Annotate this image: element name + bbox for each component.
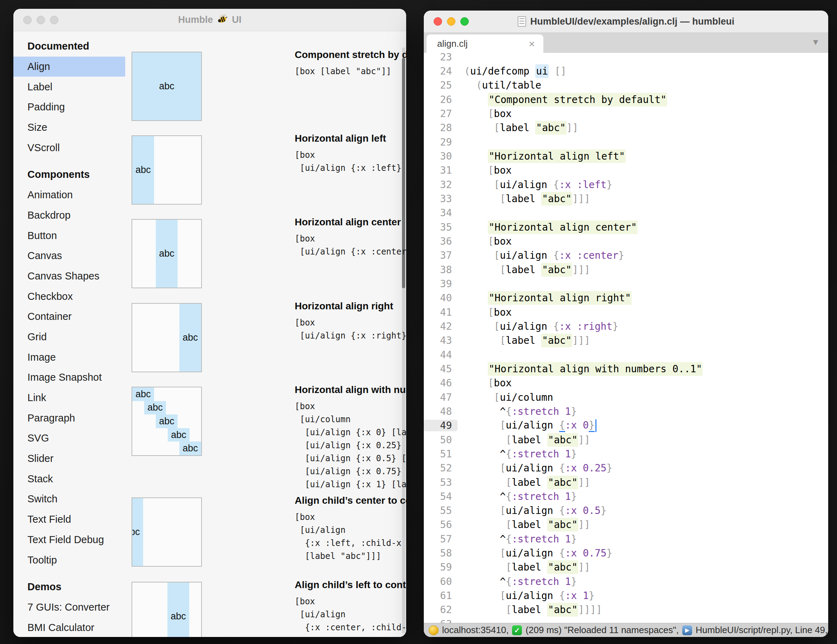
minimize-button[interactable] (36, 16, 45, 24)
example-row: abcHorizontal align left[box [ui/align {… (131, 135, 202, 205)
editor-line-26[interactable]: 26 "Component stretch by default" (424, 92, 828, 107)
line-number: 24 (424, 66, 458, 77)
sidebar-item-button[interactable]: Button (13, 225, 125, 246)
editor-line-37[interactable]: 37 [ui/align {:x :center} (424, 249, 828, 262)
editor-line-44[interactable]: 44 (424, 347, 828, 362)
tab-align-clj[interactable]: align.clj × (427, 34, 543, 53)
editor-line-32[interactable]: 32 [ui/align {:x :left} (424, 177, 828, 192)
editor-line-47[interactable]: 47 [ui/column (424, 390, 828, 404)
editor-line-41[interactable]: 41 [box (424, 305, 828, 319)
code-editor[interactable]: 2324(ui/defcomp ui []25 (util/table26 "C… (424, 53, 828, 623)
editor-line-63[interactable]: 63 (424, 617, 828, 623)
editor-line-23[interactable]: 23 (424, 53, 828, 64)
editor-line-34[interactable]: 34 (424, 206, 828, 220)
editor-line-60[interactable]: 60 ^{:stretch 1} (424, 574, 828, 588)
editor-line-39[interactable]: 39 (424, 277, 828, 291)
line-number: 25 (424, 79, 458, 91)
line-number: 41 (424, 306, 458, 318)
sidebar-item-size[interactable]: Size (13, 117, 125, 138)
editor-line-30[interactable]: 30 "Horizontal align left" (424, 149, 828, 163)
sidebar-item-checkbox[interactable]: Checkbox (13, 286, 125, 306)
sidebar-item-vscroll[interactable]: VScroll (13, 138, 125, 158)
editor-line-43[interactable]: 43 [label "abc"]]] (424, 334, 828, 347)
close-button[interactable] (433, 17, 442, 26)
editor-line-40[interactable]: 40 "Horizontal align right" (424, 291, 828, 305)
editor-line-51[interactable]: 51 ^{:stretch 1} (424, 447, 828, 461)
line-code: [ui/align {:x 0.25} (464, 462, 612, 474)
sidebar-item-text-field[interactable]: Text Field (13, 510, 125, 530)
editor-line-50[interactable]: 50 [label "abc"]] (424, 433, 828, 447)
tab-close-icon[interactable]: × (528, 39, 535, 49)
zoom-button[interactable] (460, 17, 469, 26)
sidebar-item-text-field-debug[interactable]: Text Field Debug (13, 530, 125, 550)
editor-line-58[interactable]: 58 [ui/align {:x 0.75} (424, 546, 828, 560)
left-titlebar[interactable]: Humble UI (13, 9, 406, 31)
editor-line-52[interactable]: 52 [ui/align {:x 0.25} (424, 461, 828, 475)
sidebar-item-grid[interactable]: Grid (13, 327, 125, 347)
sidebar-item-canvas[interactable]: Canvas (13, 246, 125, 266)
editor-line-49[interactable]: 49 [ui/align {:x 0} (424, 419, 828, 433)
editor-line-28[interactable]: 28 [label "abc"]] (424, 121, 828, 135)
editor-line-24[interactable]: 24(ui/defcomp ui [] (424, 64, 828, 78)
editor-line-45[interactable]: 45 "Horizontal align with numbers 0..1" (424, 362, 828, 376)
sidebar-item-bmi-calculator[interactable]: BMI Calculator (13, 617, 125, 637)
right-titlebar[interactable]: HumbleUI/dev/examples/align.clj — humble… (424, 11, 828, 32)
line-code: [label "abc"]] (464, 561, 590, 573)
example-title: Horizontal align right (295, 300, 406, 312)
editor-line-31[interactable]: 31 [box (424, 164, 828, 177)
sidebar-item-backdrop[interactable]: Backdrop (13, 205, 125, 226)
sidebar-item-link[interactable]: Link (13, 388, 125, 408)
demo-label: abc (182, 332, 198, 343)
sidebar-item-image-snapshot[interactable]: Image Snapshot (13, 367, 125, 388)
sidebar-item-svg[interactable]: SVG (13, 428, 125, 449)
sidebar-item-align[interactable]: Align (13, 57, 125, 77)
tab-overflow-chevron-icon[interactable]: ▼ (811, 37, 820, 47)
editor-line-27[interactable]: 27 [box (424, 107, 828, 121)
sidebar-item-label[interactable]: Label (13, 77, 125, 97)
demo-label: abc (159, 416, 174, 427)
example-code: [box [ui/align {:x :left} [label "abc"]]… (295, 149, 406, 175)
editor-line-35[interactable]: 35 "Horizontal align center" (424, 220, 828, 234)
editor-line-59[interactable]: 59 [label "abc"]] (424, 560, 828, 574)
bee-icon (217, 13, 228, 26)
sidebar-item-switch[interactable]: Switch (13, 489, 125, 510)
editor-line-46[interactable]: 46 [box (424, 376, 828, 390)
editor-line-61[interactable]: 61 [ui/align {:x 1} (424, 588, 828, 603)
example-row: abcComponent stretch by default[box [lab… (131, 52, 202, 121)
editor-line-57[interactable]: 57 ^{:stretch 1} (424, 532, 828, 546)
editor-line-36[interactable]: 36 [box (424, 234, 828, 248)
sidebar-item-canvas-shapes[interactable]: Canvas Shapes (13, 266, 125, 287)
line-code: [ui/align {:x :left} (464, 179, 612, 190)
example-code: [box [ui/align {:x :center, :child-x :le… (295, 595, 406, 634)
sidebar-section-header: Components (13, 164, 125, 185)
editor-line-56[interactable]: 56 [label "abc"]] (424, 518, 828, 532)
sidebar-item-slider[interactable]: Slider (13, 449, 125, 469)
editor-line-54[interactable]: 54 ^{:stretch 1} (424, 489, 828, 503)
close-button[interactable] (23, 16, 32, 24)
editor-line-29[interactable]: 29 (424, 135, 828, 149)
editor-line-62[interactable]: 62 [label "abc"]]]] (424, 603, 828, 617)
sidebar-item-animation[interactable]: Animation (13, 185, 125, 205)
demo-align-cell: abc (179, 304, 201, 372)
sidebar-item-paragraph[interactable]: Paragraph (13, 408, 125, 428)
zoom-button[interactable] (50, 16, 58, 24)
demo-align-cell: abc (179, 441, 201, 455)
editor-line-38[interactable]: 38 [label "abc"]]] (424, 262, 828, 277)
editor-line-48[interactable]: 48 ^{:stretch 1} (424, 404, 828, 418)
minimize-button[interactable] (447, 17, 455, 26)
editor-line-33[interactable]: 33 [label "abc"]]] (424, 192, 828, 206)
sidebar-item-container[interactable]: Container (13, 306, 125, 327)
demo-box: abc (131, 303, 202, 372)
line-number: 26 (424, 94, 458, 105)
editor-line-55[interactable]: 55 [ui/align {:x 0.5} (424, 504, 828, 518)
editor-line-53[interactable]: 53 [label "abc"]] (424, 475, 828, 489)
editor-line-25[interactable]: 25 (util/table (424, 79, 828, 92)
line-number: 49 (424, 420, 458, 431)
sidebar-item-tooltip[interactable]: Tooltip (13, 550, 125, 570)
sidebar-item-padding[interactable]: Padding (13, 97, 125, 117)
sidebar-item-stack[interactable]: Stack (13, 469, 125, 489)
editor-line-42[interactable]: 42 [ui/align {:x :right} (424, 319, 828, 333)
demo-align-cell: abc (131, 498, 143, 566)
sidebar-item-image[interactable]: Image (13, 347, 125, 367)
sidebar-item-7-guis-converter[interactable]: 7 GUIs: Converter (13, 597, 125, 618)
